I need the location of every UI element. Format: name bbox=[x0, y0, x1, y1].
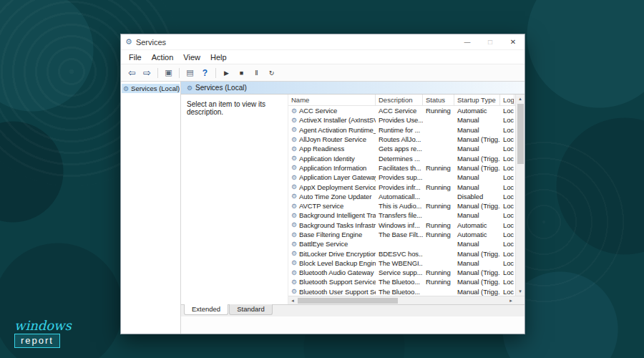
service-startup-cell: Manual bbox=[454, 144, 500, 153]
service-description-cell: Provides sup... bbox=[376, 173, 423, 182]
service-gear-icon: ⚙ bbox=[291, 193, 297, 200]
column-header-log[interactable]: Log bbox=[500, 95, 514, 105]
service-description-cell: Gets apps re... bbox=[376, 144, 423, 153]
services-app-icon: ⚙ bbox=[125, 37, 132, 47]
table-row[interactable]: ⚙Application IdentityDetermines ...Manua… bbox=[288, 153, 515, 163]
list-header: NameDescriptionStatusStartup TypeLog bbox=[288, 95, 515, 106]
service-logon-cell: Loc bbox=[500, 153, 514, 163]
service-name-cell: ⚙Application Information bbox=[288, 163, 376, 173]
service-startup-cell: Manual (Trigg... bbox=[454, 153, 500, 163]
table-row[interactable]: ⚙App ReadinessGets apps re...ManualLoc bbox=[288, 144, 515, 153]
scroll-left-icon[interactable]: ◂ bbox=[288, 296, 297, 304]
service-startup-cell: Manual bbox=[454, 239, 500, 248]
table-row[interactable]: ⚙AllJoyn Router ServiceRoutes AllJo...Ma… bbox=[288, 135, 515, 144]
service-description-cell: Provides infr... bbox=[376, 182, 423, 191]
service-status-cell bbox=[423, 144, 454, 153]
service-logon-cell: Loc bbox=[500, 239, 514, 248]
horizontal-scrollbar[interactable]: ◂ ▸ bbox=[288, 296, 515, 304]
service-status-cell: Running bbox=[423, 277, 454, 286]
service-startup-cell: Manual bbox=[454, 173, 500, 182]
service-name-cell: ⚙Bluetooth User Support Serv... bbox=[288, 287, 376, 296]
table-row[interactable]: ⚙Block Level Backup Engine S...The WBENG… bbox=[288, 258, 515, 268]
table-row[interactable]: ⚙BattlEye ServiceManualLoc bbox=[288, 239, 515, 248]
service-startup-cell: Manual bbox=[454, 115, 500, 125]
table-row[interactable]: ⚙Background Tasks Infrastruc...Windows i… bbox=[288, 221, 515, 230]
help-icon[interactable]: ? bbox=[198, 67, 212, 79]
restart-service-icon[interactable]: ↻ bbox=[265, 67, 278, 79]
start-service-icon[interactable]: ▶ bbox=[220, 67, 233, 79]
window-title: Services bbox=[136, 38, 456, 47]
scroll-down-icon[interactable]: ▾ bbox=[516, 287, 525, 296]
table-row[interactable]: ⚙Application Layer Gateway S...Provides … bbox=[288, 173, 515, 182]
column-header-startup-type[interactable]: Startup Type bbox=[454, 95, 500, 105]
node-gear-icon: ⚙ bbox=[187, 84, 192, 92]
service-gear-icon: ⚙ bbox=[291, 203, 297, 210]
windows-report-logo: windows report bbox=[14, 319, 72, 348]
service-status-cell bbox=[423, 173, 454, 182]
vertical-scroll-thumb[interactable] bbox=[517, 104, 524, 164]
tree-item-services-local[interactable]: ⚙ Services (Local) bbox=[122, 84, 180, 93]
service-description-cell: Windows inf... bbox=[376, 221, 423, 230]
menu-bar: FileActionViewHelp bbox=[121, 50, 525, 64]
scroll-right-icon[interactable]: ▸ bbox=[507, 296, 515, 304]
service-logon-cell: Loc bbox=[500, 201, 514, 211]
column-header-name[interactable]: Name bbox=[288, 95, 376, 105]
back-icon[interactable]: ⇦ bbox=[125, 67, 139, 79]
service-gear-icon: ⚙ bbox=[291, 145, 297, 153]
tab-standard[interactable]: Standard bbox=[229, 304, 273, 315]
service-name-cell: ⚙BattlEye Service bbox=[288, 239, 376, 248]
service-logon-cell: Loc bbox=[500, 135, 514, 144]
service-logon-cell: Loc bbox=[500, 115, 514, 125]
service-name-cell: ⚙Background Intelligent Tran... bbox=[288, 211, 376, 220]
service-gear-icon: ⚙ bbox=[291, 241, 297, 248]
service-gear-icon: ⚙ bbox=[291, 126, 297, 133]
tab-extended[interactable]: Extended bbox=[184, 304, 228, 315]
pause-service-icon[interactable]: Ⅱ bbox=[250, 67, 263, 79]
table-row[interactable]: ⚙Background Intelligent Tran...Transfers… bbox=[288, 211, 515, 220]
minimize-button[interactable]: — bbox=[456, 34, 479, 49]
window-controls: —□✕ bbox=[456, 34, 525, 49]
service-gear-icon: ⚙ bbox=[291, 107, 297, 115]
service-status-cell: Running bbox=[423, 221, 454, 230]
service-description-cell: This is Audio... bbox=[376, 201, 423, 211]
table-row[interactable]: ⚙Base Filtering EngineThe Base Filt...Ru… bbox=[288, 230, 515, 239]
service-gear-icon: ⚙ bbox=[291, 212, 297, 219]
menu-action[interactable]: Action bbox=[147, 52, 179, 63]
service-status-cell bbox=[423, 211, 454, 220]
service-name-cell: ⚙Auto Time Zone Updater bbox=[288, 192, 376, 201]
table-row[interactable]: ⚙Agent Activation Runtime_e...Runtime fo… bbox=[288, 125, 515, 135]
service-description-cell: Determines ... bbox=[376, 153, 423, 163]
service-gear-icon: ⚙ bbox=[291, 155, 297, 162]
service-description-cell bbox=[376, 239, 423, 248]
table-row[interactable]: ⚙AppX Deployment Service (A...Provides i… bbox=[288, 182, 515, 191]
stop-service-icon[interactable]: ■ bbox=[235, 67, 248, 79]
table-row[interactable]: ⚙Bluetooth Audio Gateway Se...Service su… bbox=[288, 268, 515, 277]
service-description-cell: The Bluetoo... bbox=[376, 287, 423, 296]
column-header-status[interactable]: Status bbox=[423, 95, 454, 105]
service-logon-cell: Loc bbox=[500, 287, 514, 296]
maximize-button[interactable]: □ bbox=[479, 34, 502, 49]
vertical-scrollbar[interactable]: ▴ ▾ bbox=[515, 95, 525, 296]
close-button[interactable]: ✕ bbox=[502, 34, 525, 49]
service-startup-cell: Manual bbox=[454, 125, 500, 135]
table-row[interactable]: ⚙Application InformationFacilitates th..… bbox=[288, 163, 515, 173]
menu-file[interactable]: File bbox=[124, 52, 147, 63]
menu-help[interactable]: Help bbox=[205, 52, 232, 63]
service-description-cell: The Bluetoo... bbox=[376, 277, 423, 286]
title-bar[interactable]: ⚙ Services —□✕ bbox=[121, 34, 525, 50]
table-row[interactable]: ⚙Auto Time Zone UpdaterAutomaticall...Di… bbox=[288, 192, 515, 201]
table-row[interactable]: ⚙ActiveX Installer (AxInstSV)Provides Us… bbox=[288, 115, 515, 125]
forward-icon[interactable]: ⇨ bbox=[140, 67, 154, 79]
show-console-tree-icon[interactable]: ▣ bbox=[162, 67, 175, 79]
table-row[interactable]: ⚙Bluetooth User Support Serv...The Bluet… bbox=[288, 287, 515, 296]
table-row[interactable]: ⚙ACC ServiceACC ServiceRunningAutomaticL… bbox=[288, 106, 515, 115]
menu-view[interactable]: View bbox=[178, 52, 205, 63]
service-name-cell: ⚙Bluetooth Support Service bbox=[288, 277, 376, 286]
scroll-up-icon[interactable]: ▴ bbox=[516, 95, 525, 103]
column-header-description[interactable]: Description bbox=[376, 95, 423, 105]
horizontal-scroll-thumb[interactable] bbox=[298, 298, 398, 304]
table-row[interactable]: ⚙AVCTP serviceThis is Audio...RunningMan… bbox=[288, 201, 515, 211]
table-row[interactable]: ⚙Bluetooth Support ServiceThe Bluetoo...… bbox=[288, 277, 515, 286]
export-list-icon[interactable]: ▤ bbox=[183, 67, 197, 79]
table-row[interactable]: ⚙BitLocker Drive Encryption S...BDESVC h… bbox=[288, 248, 515, 258]
